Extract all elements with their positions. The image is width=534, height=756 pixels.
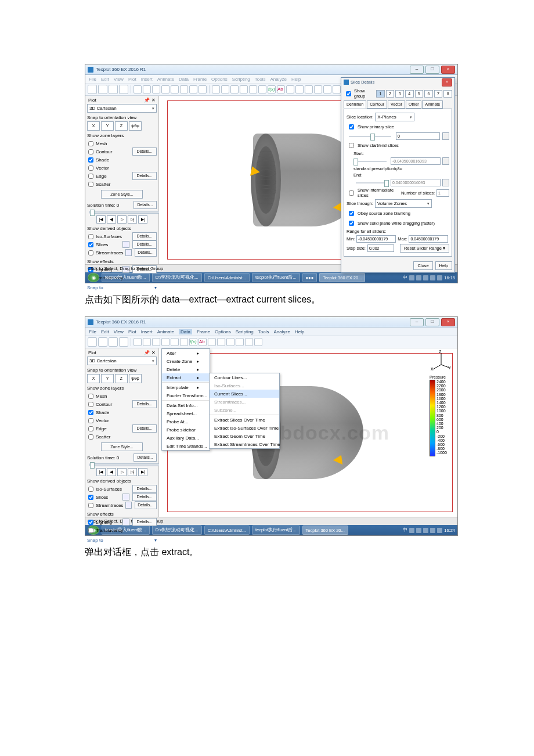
tool-rect-icon[interactable] — [226, 338, 234, 346]
pin-icon[interactable]: 📌 — [144, 98, 150, 103]
edge-details-button[interactable]: Details... — [132, 172, 157, 180]
play-first-button[interactable]: |◀ — [96, 215, 106, 224]
tab-definition[interactable]: Definition — [344, 100, 366, 109]
menu-analyze[interactable]: Analyze — [273, 329, 290, 334]
solid-checkbox[interactable] — [349, 221, 354, 226]
taskbar-item[interactable]: D:\李想\流动可视化... — [152, 525, 202, 535]
tool-fit-icon[interactable] — [180, 338, 188, 346]
tool-fx-icon[interactable]: f(x) — [268, 85, 276, 93]
menu-item-time-strands[interactable]: Edit Time Strands... — [162, 442, 210, 450]
menu-view[interactable]: View — [114, 329, 124, 334]
menu-data[interactable]: Data — [179, 77, 189, 82]
sidebar-close-icon[interactable]: ✕ — [151, 98, 156, 103]
tool-ellipse-icon[interactable] — [245, 338, 253, 346]
orient-y-button[interactable]: Y — [101, 374, 114, 383]
tool-stream-icon[interactable] — [240, 85, 248, 93]
plot-type-combo[interactable]: 3D Cartesian▾ — [87, 357, 157, 365]
tool-square-icon[interactable] — [217, 338, 225, 346]
iso-details-button[interactable]: Details... — [132, 232, 157, 240]
time-details-button[interactable]: Details... — [134, 453, 157, 462]
zone-style-button[interactable]: Zone Style... — [101, 442, 143, 451]
slices-checkbox[interactable] — [88, 242, 93, 247]
menu-item-create-zone[interactable]: Create Zone▸ — [162, 357, 210, 365]
orient-z-button[interactable]: Z — [115, 374, 128, 383]
tab-vector[interactable]: Vector — [388, 100, 405, 109]
taskbar-item[interactable]: D:\李想\流动可视化... — [152, 273, 202, 282]
group-3-button[interactable]: 3 — [395, 90, 404, 98]
menu-item-spreadsheet[interactable]: Spreadsheet... — [162, 409, 210, 417]
menu-file[interactable]: File — [89, 77, 96, 82]
menu-item-dataset-info[interactable]: Data Set Info... — [162, 401, 210, 409]
close-button[interactable]: × — [441, 66, 455, 74]
taskbar-item[interactable]: C:\Users\Administ... — [204, 273, 250, 282]
taskbar-item[interactable]: tecplot执行fluent后... — [252, 273, 300, 282]
lighting-checkbox[interactable] — [88, 520, 93, 525]
play-first-button[interactable]: |◀ — [96, 468, 106, 476]
slices-details-button[interactable]: Details... — [132, 240, 157, 249]
tray-icon[interactable] — [416, 275, 421, 280]
tool-open-icon[interactable] — [98, 337, 107, 347]
stream-checkbox[interactable] — [88, 503, 93, 508]
group-7-button[interactable]: 7 — [434, 90, 443, 98]
scatter-checkbox[interactable] — [88, 434, 93, 440]
menu-view[interactable]: View — [114, 77, 124, 82]
pin-icon[interactable]: 📌 — [144, 350, 150, 355]
slice-tool-icon[interactable] — [122, 241, 129, 248]
slices-checkbox[interactable] — [88, 495, 93, 500]
play-next-button[interactable]: ▷| — [128, 468, 137, 476]
light-tool-icon[interactable] — [122, 519, 129, 525]
menu-options[interactable]: Options — [215, 329, 231, 334]
show-group-checkbox[interactable] — [346, 91, 351, 96]
end-value-input[interactable]: 0.0405000016093 — [391, 179, 441, 186]
volume-icon[interactable] — [437, 275, 442, 280]
tool-pan-icon[interactable] — [161, 85, 169, 93]
play-play-button[interactable]: ▷ — [117, 215, 127, 224]
tool-rotate-icon[interactable] — [171, 85, 179, 93]
tool-rotate-icon[interactable] — [171, 338, 179, 346]
extract-submenu[interactable]: Contour Lines... Iso-Surfaces... Current… — [209, 373, 280, 449]
plot-type-combo[interactable]: 3D Cartesian▾ — [87, 104, 157, 113]
tool-text-icon[interactable]: Ab — [277, 85, 285, 93]
taskbar-item[interactable]: ●●● — [302, 273, 317, 282]
menu-help[interactable]: Help — [291, 77, 301, 82]
menubar[interactable]: File Edit View Plot Insert Animate Data … — [85, 327, 457, 336]
menu-item-interpolate[interactable]: Interpolate▸ — [162, 383, 210, 391]
stream-tool-icon[interactable] — [125, 249, 132, 256]
tool-rect-icon[interactable] — [305, 85, 313, 93]
vector-checkbox[interactable] — [88, 165, 93, 171]
taskbar-item-active[interactable]: Tecplot 360 EX 20... — [302, 525, 348, 535]
menu-frame[interactable]: Frame — [193, 77, 207, 82]
time-details-button[interactable]: Details... — [134, 201, 157, 209]
slice-tool-icon[interactable] — [122, 494, 129, 501]
tool-undo-icon[interactable] — [134, 338, 142, 346]
contour-details-button[interactable]: Details... — [132, 147, 157, 156]
primary-value-input[interactable]: 0 — [396, 132, 440, 140]
tool-zoom-icon[interactable] — [152, 85, 160, 93]
max-input[interactable]: 0.04500000179 — [409, 235, 448, 243]
group-6-button[interactable]: 6 — [424, 90, 433, 98]
tray-icon[interactable] — [423, 275, 428, 280]
lighting-details-button[interactable]: Details... — [132, 518, 157, 526]
tool-new-icon[interactable] — [88, 337, 97, 347]
tool-probe-icon[interactable] — [212, 85, 220, 93]
end-slider[interactable] — [353, 181, 389, 185]
slices-details-button[interactable]: Details... — [132, 493, 157, 501]
sidebar-close-icon[interactable]: ✕ — [151, 350, 156, 355]
orient-x-button[interactable]: X — [87, 121, 100, 131]
minimize-button[interactable]: – — [410, 66, 424, 74]
ime-indicator[interactable]: 中 — [403, 527, 407, 533]
time-slider[interactable] — [89, 463, 160, 466]
start-spinner[interactable] — [442, 157, 449, 165]
dialog-close-button[interactable]: × — [442, 78, 452, 87]
num-slices-input[interactable]: 1 — [436, 189, 449, 197]
menu-data[interactable]: Data — [179, 329, 192, 334]
orient-y-button[interactable]: Y — [101, 121, 114, 131]
menu-item-probe-at[interactable]: Probe At... — [162, 417, 210, 426]
zone-style-button[interactable]: Zone Style... — [101, 190, 143, 199]
menu-plot[interactable]: Plot — [128, 329, 136, 334]
tool-image-icon[interactable] — [333, 85, 341, 93]
tool-zoom-icon[interactable] — [152, 338, 160, 346]
primary-spinner[interactable] — [442, 132, 449, 140]
menu-file[interactable]: File — [89, 329, 96, 334]
menu-options[interactable]: Options — [211, 77, 228, 82]
